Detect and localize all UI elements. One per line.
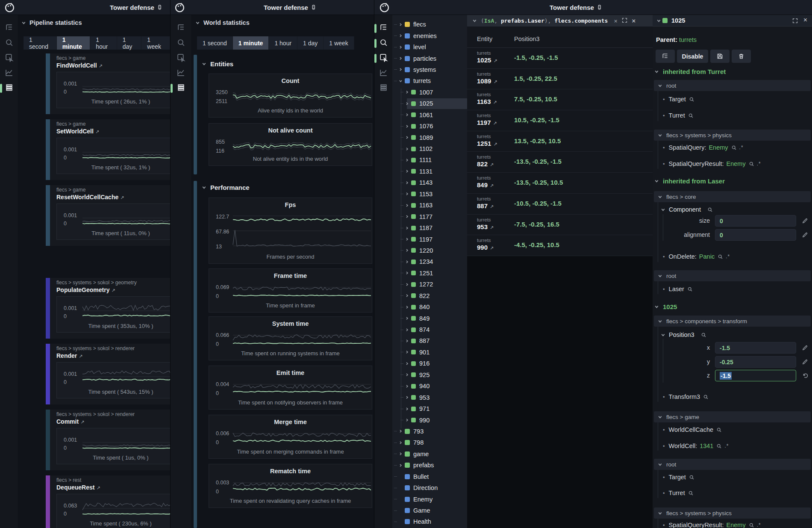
chevron-right-icon[interactable] xyxy=(404,181,410,185)
world-panel-header[interactable]: World statistics xyxy=(195,19,250,26)
chevron-right-icon[interactable] xyxy=(398,34,403,38)
tree-item-1177[interactable]: 1177 xyxy=(392,211,467,222)
tree-item-Enemy[interactable]: Enemy xyxy=(392,493,467,504)
chevron-right-icon[interactable] xyxy=(404,328,410,332)
component-group-bar[interactable]: root xyxy=(654,80,811,91)
entity-link[interactable]: 953↗ xyxy=(477,223,494,230)
chevron-right-icon[interactable] xyxy=(404,169,410,173)
tree-item-1131[interactable]: 1131 xyxy=(392,166,467,177)
chevron-right-icon[interactable] xyxy=(404,350,410,354)
chevron-right-icon[interactable] xyxy=(398,452,403,456)
tree-item-1143[interactable]: 1143 xyxy=(392,177,467,188)
component-group-bar[interactable]: flecs > systems > physics xyxy=(654,130,811,141)
chart-title-link[interactable]: DequeueRest↗ xyxy=(56,484,100,491)
search-icon[interactable] xyxy=(707,207,713,212)
expand-panel-icon[interactable] xyxy=(622,18,627,24)
tree-item-prefabs[interactable]: prefabs xyxy=(392,460,467,471)
clear-query-icon[interactable]: × xyxy=(614,18,617,24)
entity-link[interactable]: 849↗ xyxy=(477,181,494,189)
component-value-link[interactable]: Panic xyxy=(699,253,715,260)
close-panel-icon[interactable]: × xyxy=(803,16,807,24)
sidebar-item-outliner[interactable] xyxy=(374,21,392,36)
chevron-right-icon[interactable] xyxy=(404,113,410,117)
tree-item-1197[interactable]: 1197 xyxy=(392,233,467,245)
search-icon[interactable] xyxy=(749,161,754,167)
tree-item-840[interactable]: 840 xyxy=(392,301,467,313)
query-expression[interactable]: (IsA, prefabs.Laser), flecs.components xyxy=(481,18,608,24)
chevron-right-icon[interactable] xyxy=(404,305,410,309)
time-range-button-1-hour[interactable]: 1 hour xyxy=(269,36,297,50)
chevron-right-icon[interactable] xyxy=(404,418,410,422)
time-range-button-1-minute[interactable]: 1 minute xyxy=(233,36,269,50)
chart-title-link[interactable]: SetWorldCell↗ xyxy=(56,128,99,135)
time-range-button-1-week[interactable]: 1 week xyxy=(141,36,170,50)
query-header[interactable]: (IsA, prefabs.Laser), flecs.components×× xyxy=(467,15,653,27)
field-input-size[interactable]: 0 xyxy=(715,215,796,227)
tree-item-1163[interactable]: 1163 xyxy=(392,200,467,211)
tree-item-1025[interactable]: 1025 xyxy=(392,98,467,109)
component-group-bar[interactable]: flecs > components > transform xyxy=(654,316,811,327)
component-group-bar[interactable]: root xyxy=(654,459,811,470)
tree-item-874[interactable]: 874 xyxy=(392,324,467,335)
chevron-right-icon[interactable] xyxy=(404,147,410,151)
sidebar-item-chart[interactable] xyxy=(0,66,18,81)
search-icon[interactable] xyxy=(701,332,706,338)
section-header[interactable]: Performance xyxy=(202,184,250,191)
field-input-alignment[interactable]: 0 xyxy=(715,229,796,241)
entity-link[interactable]: 1251↗ xyxy=(477,140,497,147)
chevron-right-icon[interactable] xyxy=(404,215,410,218)
search-icon[interactable] xyxy=(688,113,694,118)
chevron-right-icon[interactable] xyxy=(404,192,410,196)
tree-item-953[interactable]: 953 xyxy=(392,392,467,403)
inspector-section-header[interactable]: 1025 xyxy=(653,303,812,310)
chevron-right-icon[interactable] xyxy=(398,56,403,60)
query-result-row[interactable]: turrets1163↗7.5, -0.25, 10.5 xyxy=(467,89,653,110)
search-icon[interactable] xyxy=(718,254,723,260)
chevron-right-icon[interactable] xyxy=(404,373,410,377)
tree-item-Health[interactable]: Health xyxy=(392,516,467,527)
entity-link[interactable]: 990↗ xyxy=(477,244,494,251)
search-icon[interactable] xyxy=(703,394,709,400)
chevron-right-icon[interactable] xyxy=(398,429,403,433)
chevron-right-icon[interactable] xyxy=(398,68,403,71)
disable-button[interactable]: Disable xyxy=(677,50,708,63)
edit-pencil-icon[interactable] xyxy=(802,345,808,353)
inspector-section-header[interactable]: inherited from Turret xyxy=(653,68,812,75)
chevron-right-icon[interactable] xyxy=(404,260,410,264)
chevron-right-icon[interactable] xyxy=(404,124,410,128)
query-result-row[interactable]: turrets887↗-10.5, -0.25, -1.5 xyxy=(467,194,653,215)
query-result-row[interactable]: turrets849↗-13.5, -0.25, 10.5 xyxy=(467,173,653,194)
tree-item-822[interactable]: 822 xyxy=(392,290,467,301)
tree-item-940[interactable]: 940 xyxy=(392,381,467,392)
sidebar-item-search[interactable] xyxy=(0,36,18,51)
chevron-right-icon[interactable] xyxy=(404,316,410,320)
search-icon[interactable] xyxy=(687,286,693,292)
sidebar-item-chart[interactable] xyxy=(374,66,392,81)
chart-title-link[interactable]: Commit↗ xyxy=(56,418,84,425)
chart-title-link[interactable]: FindWorldCell↗ xyxy=(56,62,103,69)
query-result-row[interactable]: turrets1251↗13.5, -0.25, 10.5 xyxy=(467,131,653,152)
sidebar-item-search[interactable] xyxy=(374,36,392,51)
tree-item-Direction[interactable]: Direction xyxy=(392,482,467,493)
tree-item-game[interactable]: game xyxy=(392,448,467,460)
sidebar-item-outliner[interactable] xyxy=(0,21,18,36)
sidebar-item-outliner[interactable] xyxy=(171,21,191,36)
pipeline-panel-header[interactable]: Pipeline statistics xyxy=(21,19,82,26)
edit-pencil-icon[interactable] xyxy=(802,232,808,240)
tree-item-1187[interactable]: 1187 xyxy=(392,222,467,233)
parent-entity-link[interactable]: turrets xyxy=(677,36,697,43)
query-result-row[interactable]: turrets1089↗1.5, -0.25, 22.5 xyxy=(467,69,653,90)
query-result-row[interactable]: turrets1025↗-1.5, -0.25, -1.5 xyxy=(467,48,653,69)
delete-button[interactable] xyxy=(732,50,751,63)
search-icon[interactable] xyxy=(749,522,754,528)
tree-item-Bullet[interactable]: Bullet xyxy=(392,471,467,482)
query-result-row[interactable]: turrets1197↗10.5, -0.25, -1.5 xyxy=(467,110,653,131)
chevron-right-icon[interactable] xyxy=(398,463,403,467)
chevron-right-icon[interactable] xyxy=(404,248,410,252)
tree-item-1220[interactable]: 1220 xyxy=(392,245,467,256)
chevron-right-icon[interactable] xyxy=(404,90,410,94)
sidebar-item-chart[interactable] xyxy=(171,66,191,81)
tree-item-849[interactable]: 849 xyxy=(392,313,467,324)
tree-item-887[interactable]: 887 xyxy=(392,335,467,346)
component-value-link[interactable]: 1341 xyxy=(700,442,713,449)
